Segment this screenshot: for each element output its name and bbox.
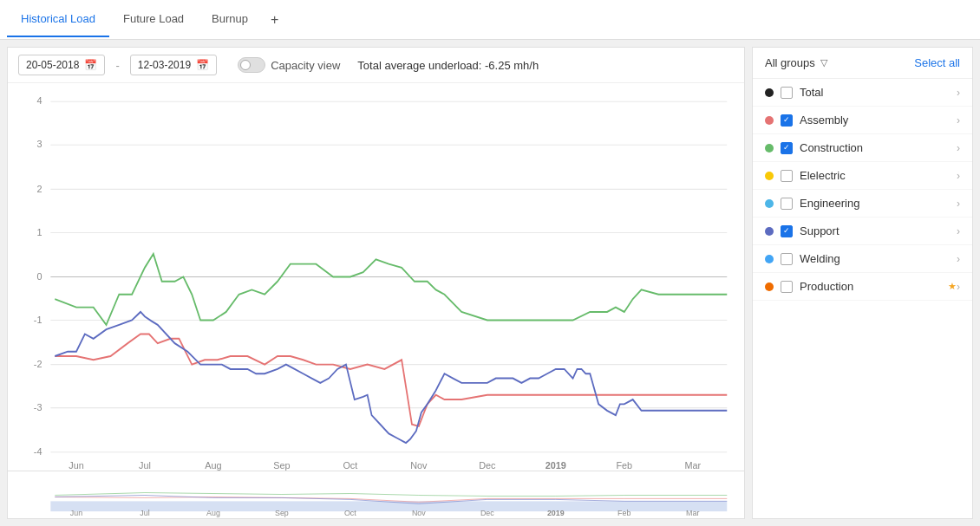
group-item-engineering[interactable]: Engineering › bbox=[753, 190, 972, 218]
engineering-chevron: › bbox=[957, 198, 960, 210]
construction-line bbox=[55, 254, 727, 325]
tab-future-load[interactable]: Future Load bbox=[109, 2, 198, 37]
chart-section: 20-05-2018 📅 - 12-03-2019 📅 Capacity vie… bbox=[7, 47, 745, 519]
panel-header: All groups ▽ Select all bbox=[753, 48, 972, 79]
content-area: 20-05-2018 📅 - 12-03-2019 📅 Capacity vie… bbox=[0, 40, 980, 526]
tab-add-button[interactable]: + bbox=[262, 5, 287, 35]
total-dot bbox=[765, 88, 774, 97]
capacity-toggle[interactable]: Capacity view bbox=[238, 57, 340, 73]
y-label-neg3: -3 bbox=[34, 401, 42, 412]
y-label-0: 0 bbox=[36, 270, 42, 281]
select-all-button[interactable]: Select all bbox=[914, 56, 960, 69]
elelectric-dot bbox=[765, 172, 774, 180]
end-calendar-icon: 📅 bbox=[196, 59, 209, 71]
mini-x-jun: Jun bbox=[70, 509, 82, 517]
x-label-aug: Aug bbox=[205, 460, 221, 471]
total-checkbox[interactable] bbox=[781, 87, 793, 99]
y-label-1: 1 bbox=[36, 226, 42, 237]
engineering-dot bbox=[765, 199, 774, 208]
elelectric-checkbox[interactable] bbox=[781, 170, 793, 182]
mini-x-mar: Mar bbox=[686, 509, 699, 517]
welding-chevron: › bbox=[957, 253, 960, 265]
engineering-checkbox[interactable] bbox=[781, 198, 793, 210]
group-item-production[interactable]: Production ★ › bbox=[753, 273, 972, 301]
end-date-input[interactable]: 12-03-2019 📅 bbox=[130, 55, 217, 75]
welding-dot bbox=[765, 255, 774, 263]
y-label-4: 4 bbox=[36, 95, 42, 106]
all-groups-label-container: All groups ▽ bbox=[765, 56, 827, 69]
support-chevron: › bbox=[957, 225, 960, 237]
filter-icon: ▽ bbox=[820, 57, 827, 68]
x-label-sep: Sep bbox=[273, 460, 290, 471]
construction-dot bbox=[765, 144, 774, 153]
all-groups-label: All groups bbox=[765, 56, 815, 69]
y-label-neg2: -2 bbox=[34, 358, 42, 368]
production-chevron: › bbox=[957, 281, 960, 293]
controls-bar: 20-05-2018 📅 - 12-03-2019 📅 Capacity vie… bbox=[8, 48, 744, 83]
welding-checkbox[interactable] bbox=[781, 253, 793, 265]
welding-name: Welding bbox=[800, 252, 957, 265]
y-label-2: 2 bbox=[36, 183, 42, 193]
x-label-dec: Dec bbox=[479, 460, 496, 471]
support-line bbox=[55, 312, 727, 443]
y-label-3: 3 bbox=[36, 139, 42, 149]
group-item-elelectric[interactable]: Elelectric › bbox=[753, 162, 972, 190]
start-calendar-icon: 📅 bbox=[84, 59, 97, 71]
main-container: Historical Load Future Load Burnup + 20-… bbox=[0, 0, 980, 526]
main-chart-wrapper: 4 3 2 1 0 -1 -2 -3 -4 Jun Jul Aug Sep Oc… bbox=[8, 83, 744, 471]
total-avg-label: Total average underload: -6.25 mh/h bbox=[357, 59, 539, 72]
right-panel: All groups ▽ Select all Total › Assembly… bbox=[752, 47, 973, 519]
production-dot bbox=[765, 282, 774, 291]
mini-x-feb: Feb bbox=[617, 509, 630, 517]
group-item-total[interactable]: Total › bbox=[753, 79, 972, 107]
production-name: Production bbox=[800, 280, 944, 293]
mini-chart-svg: Jun Jul Aug Sep Oct Nov Dec 2019 Feb Mar bbox=[8, 471, 744, 518]
group-item-assembly[interactable]: Assembly › bbox=[753, 107, 972, 134]
mini-x-jul: Jul bbox=[140, 509, 149, 517]
toggle-dot bbox=[240, 60, 251, 70]
group-item-welding[interactable]: Welding › bbox=[753, 245, 972, 273]
start-date-input[interactable]: 20-05-2018 📅 bbox=[18, 55, 105, 75]
x-label-mar: Mar bbox=[684, 460, 701, 471]
group-item-construction[interactable]: Construction › bbox=[753, 134, 972, 162]
mini-x-sep: Sep bbox=[275, 509, 289, 517]
construction-chevron: › bbox=[957, 142, 960, 154]
x-label-nov: Nov bbox=[410, 460, 428, 471]
production-checkbox[interactable] bbox=[781, 281, 793, 293]
mini-x-aug: Aug bbox=[206, 509, 220, 517]
support-checkbox[interactable] bbox=[781, 225, 793, 237]
support-dot bbox=[765, 227, 774, 236]
main-chart-svg: 4 3 2 1 0 -1 -2 -3 -4 Jun Jul Aug Sep Oc… bbox=[8, 83, 744, 471]
support-name: Support bbox=[800, 224, 957, 237]
elelectric-name: Elelectric bbox=[800, 169, 957, 182]
group-item-support[interactable]: Support › bbox=[753, 218, 972, 245]
total-chevron: › bbox=[957, 87, 960, 99]
capacity-label: Capacity view bbox=[271, 59, 340, 72]
assembly-checkbox[interactable] bbox=[781, 114, 793, 127]
tabs-bar: Historical Load Future Load Burnup + bbox=[0, 0, 980, 40]
y-label-neg4: -4 bbox=[34, 446, 42, 457]
mini-x-oct: Oct bbox=[344, 509, 356, 517]
x-label-2019: 2019 bbox=[546, 460, 566, 471]
construction-checkbox[interactable] bbox=[781, 142, 793, 154]
x-label-jul: Jul bbox=[139, 460, 151, 471]
mini-x-2019: 2019 bbox=[547, 509, 565, 517]
mini-x-nov: Nov bbox=[412, 509, 426, 517]
x-label-oct: Oct bbox=[343, 460, 358, 471]
assembly-dot bbox=[765, 116, 774, 125]
mini-chart-wrapper: Jun Jul Aug Sep Oct Nov Dec 2019 Feb Mar bbox=[8, 471, 744, 518]
toggle-circle[interactable] bbox=[238, 57, 265, 73]
construction-name: Construction bbox=[800, 141, 957, 154]
y-label-neg1: -1 bbox=[34, 314, 42, 324]
mini-x-dec: Dec bbox=[480, 509, 494, 517]
production-star-icon: ★ bbox=[948, 281, 957, 292]
assembly-name: Assembly bbox=[800, 114, 957, 127]
x-label-jun: Jun bbox=[69, 460, 84, 471]
engineering-name: Engineering bbox=[800, 197, 957, 210]
start-date-value: 20-05-2018 bbox=[26, 59, 79, 71]
total-name: Total bbox=[800, 86, 957, 99]
elelectric-chevron: › bbox=[957, 170, 960, 182]
tab-historical-load[interactable]: Historical Load bbox=[7, 2, 109, 37]
assembly-line bbox=[55, 334, 727, 425]
tab-burnup[interactable]: Burnup bbox=[198, 2, 262, 37]
